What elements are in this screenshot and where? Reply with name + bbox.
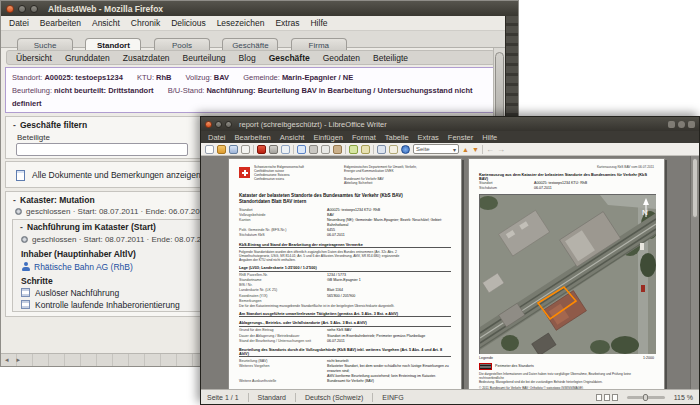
writer-statusbar: Seite 1 / 1 Standard Deutsch (Schweiz) E…	[201, 389, 699, 404]
email-icon[interactable]	[241, 145, 250, 154]
menu-item-hilfe[interactable]: Hilfe	[310, 18, 327, 28]
subnav-uebersicht[interactable]: Übersicht	[16, 53, 52, 63]
menu-item-delicious[interactable]: Delicious	[171, 18, 206, 28]
new-document-icon[interactable]	[205, 145, 214, 154]
info-row-1: Standort:A00025: testoeps1234 KTU:RhB Vo…	[12, 71, 488, 84]
step-link[interactable]: Auslöser Nachführung	[35, 288, 119, 298]
status-insert-mode[interactable]: EINFG	[382, 394, 403, 401]
menu-item-fenster[interactable]: Fenster	[448, 133, 473, 142]
subnav-zusatzdaten[interactable]: Zusatzdaten	[123, 53, 170, 63]
person-icon	[21, 262, 30, 271]
minimize-icon[interactable]	[215, 121, 222, 128]
forward-icon[interactable]: →	[497, 145, 505, 154]
open-icon[interactable]	[217, 145, 226, 154]
volume-indicator-icon[interactable]	[678, 121, 685, 128]
toolbar-separator	[482, 145, 483, 154]
copy-icon[interactable]	[321, 145, 330, 154]
menu-item-chronik[interactable]: Chronik	[131, 18, 160, 28]
subnav-grunddaten[interactable]: Grunddaten	[65, 53, 110, 63]
info-label: Standort:	[12, 73, 42, 82]
swiss-flag-logo	[239, 167, 250, 178]
scroll-right-icon[interactable]: ▸	[13, 356, 25, 363]
step-link[interactable]: Kontrolle laufende Inhaberorientierung	[35, 300, 180, 310]
department-text: Eidgenössisches Departement für Umwelt, …	[344, 166, 417, 186]
zoom-slider[interactable]	[627, 396, 665, 399]
view-layout-buttons	[596, 394, 618, 401]
navigation-combo[interactable]: Seite▾	[413, 144, 459, 154]
close-icon[interactable]	[205, 121, 212, 128]
redo-icon[interactable]	[361, 145, 370, 154]
menu-item-hilfe[interactable]: Hilfe	[482, 133, 497, 142]
document-icon	[16, 170, 25, 181]
zoom-level[interactable]: 115 %	[674, 394, 693, 401]
undo-icon[interactable]	[349, 145, 358, 154]
info-label: KTU:	[137, 73, 154, 82]
document-page-1[interactable]: Schweizerische Eidgenossenschaft Confédé…	[228, 158, 462, 389]
menu-item-extras[interactable]: Extras	[275, 18, 299, 28]
menu-item-extras[interactable]: Extras	[418, 133, 439, 142]
all-documents-link[interactable]: Alle Dokumente und Bemerkungen anzeigen	[32, 170, 201, 180]
back-icon[interactable]: ←	[486, 145, 494, 154]
save-icon[interactable]	[229, 145, 238, 154]
find-icon[interactable]	[389, 145, 398, 154]
menu-item-bearbeiten[interactable]: Bearbeiten	[40, 18, 81, 28]
status-page-style[interactable]: Standard	[258, 394, 286, 401]
menu-item-tabelle[interactable]: Tabelle	[385, 133, 409, 142]
insert-table-icon[interactable]	[377, 145, 386, 154]
scroll-left-icon[interactable]: ◂	[1, 356, 13, 363]
minimize-icon[interactable]	[18, 5, 26, 13]
cut-icon[interactable]	[309, 145, 318, 154]
multi-page-view-icon[interactable]	[604, 394, 610, 401]
previous-icon[interactable]: ▲	[462, 145, 469, 154]
info-value: BAV	[214, 73, 229, 82]
firefox-titlebar[interactable]: Altlast4Web - Mozilla Firefox	[1, 1, 518, 16]
menu-item-ansicht[interactable]: Ansicht	[280, 133, 305, 142]
export-pdf-icon[interactable]	[257, 145, 266, 154]
print-icon[interactable]	[269, 145, 278, 154]
document-scrollbar[interactable]	[690, 156, 699, 389]
collapse-icon[interactable]: -	[13, 195, 20, 205]
beteiligte-input[interactable]	[16, 143, 188, 156]
session-indicator-icon[interactable]	[688, 121, 695, 128]
scrollbar-thumb[interactable]	[692, 158, 698, 218]
document-page-2[interactable]: Kartenauszug KbS BAV vom 06.07.2011 Kart…	[468, 158, 665, 389]
nachfuehrung-status: geschlossen · Start: 08.07.2011 · Ende: …	[21, 235, 214, 244]
menu-item-datei[interactable]: Datei	[208, 133, 226, 142]
writer-window: report (schreibgeschützt) - LibreOffice …	[200, 116, 700, 405]
inhaber-link[interactable]: Rhätische Bahn AG (RhB)	[34, 262, 133, 272]
menu-item-datei[interactable]: Datei	[9, 18, 29, 28]
close-icon[interactable]	[6, 5, 14, 13]
next-icon[interactable]: ▼	[472, 145, 479, 154]
maximize-icon[interactable]	[30, 5, 38, 13]
section-header: Beurteilung des Standorts durch die Voll…	[239, 348, 451, 358]
subnav-blog[interactable]: Blog	[239, 53, 256, 63]
zoom-slider-knob[interactable]	[643, 394, 648, 401]
spellcheck-icon[interactable]	[297, 145, 306, 154]
subnav-geodaten[interactable]: Geodaten	[323, 53, 360, 63]
info-value: RhB	[156, 73, 171, 82]
subnav-geschaefte-active[interactable]: Geschäfte	[269, 53, 310, 63]
menu-item-format[interactable]: Format	[352, 133, 376, 142]
menu-item-bearbeiten[interactable]: Bearbeiten	[235, 133, 271, 142]
section-header: KbS-Eintrag und Stand der Bearbeitung de…	[239, 243, 451, 249]
status-language[interactable]: Deutsch (Schweiz)	[305, 394, 363, 401]
scrollbar-thumb[interactable]	[495, 52, 504, 124]
task-icon	[21, 288, 30, 297]
hyperlink-icon[interactable]	[401, 145, 410, 154]
writer-titlebar[interactable]: report (schreibgeschützt) - LibreOffice …	[201, 117, 699, 131]
menu-item-ansicht[interactable]: Ansicht	[92, 18, 120, 28]
info-label: Beurteilung:	[12, 86, 52, 95]
menu-item-einfuegen[interactable]: Einfügen	[313, 133, 343, 142]
single-page-view-icon[interactable]	[596, 394, 602, 401]
collapse-icon[interactable]: -	[20, 222, 27, 232]
paste-icon[interactable]	[333, 145, 342, 154]
menu-item-lesezeichen[interactable]: Lesezeichen	[217, 18, 265, 28]
subnav-beurteilung[interactable]: Beurteilung	[183, 53, 226, 63]
info-label: Gemeinde:	[243, 73, 280, 82]
subnav-beteiligte[interactable]: Beteiligte	[373, 53, 408, 63]
collapse-icon[interactable]: -	[13, 120, 20, 130]
page-preview-icon[interactable]	[281, 145, 290, 154]
book-view-icon[interactable]	[612, 394, 618, 401]
network-indicator-icon[interactable]	[668, 121, 675, 128]
maximize-icon[interactable]	[225, 121, 232, 128]
